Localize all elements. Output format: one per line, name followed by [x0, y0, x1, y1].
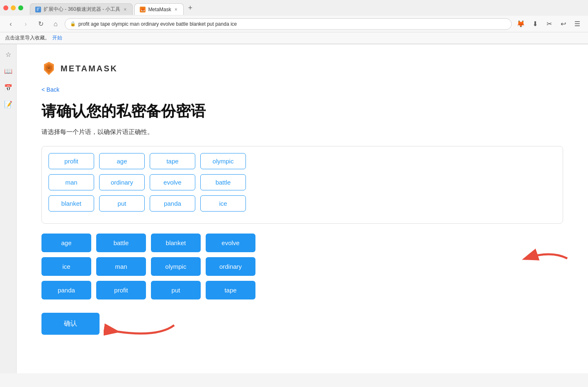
- tab-bar: 扩 扩展中心 - 360极速浏览器 - 小工具 × 🦊 MetaMask × +: [27, 1, 199, 15]
- word-bank-row-1: age battle blanket evolve: [41, 234, 563, 252]
- word-slot-evolve[interactable]: evolve: [150, 174, 195, 190]
- tab-favicon-extensions: 扩: [35, 7, 41, 12]
- metamask-header: METAMASK: [41, 61, 563, 76]
- word-grid-row-1: profit age tape olympic: [49, 153, 556, 169]
- bookmark-start-link[interactable]: 开始: [52, 34, 62, 41]
- bookmark-prefix-text: 点击这里导入收藏。: [5, 34, 50, 41]
- tab-favicon-metamask: 🦊: [140, 7, 146, 12]
- confirm-section: 确认: [41, 313, 100, 335]
- browser-body: ☆ 📖 📅 📝 METAMASK < Back 请确认您的私密备份密语 请选择每…: [0, 44, 588, 373]
- word-bank-put[interactable]: put: [151, 281, 201, 299]
- word-bank-evolve[interactable]: evolve: [206, 234, 255, 252]
- tab-extensions[interactable]: 扩 扩展中心 - 360极速浏览器 - 小工具 ×: [30, 3, 133, 15]
- confirm-button[interactable]: 确认: [41, 313, 100, 335]
- tab-close-extensions[interactable]: ×: [123, 7, 127, 12]
- word-slot-put[interactable]: put: [99, 195, 145, 212]
- word-bank-man[interactable]: man: [96, 257, 146, 276]
- undo-button[interactable]: ↩: [557, 18, 569, 30]
- word-bank-panda[interactable]: panda: [41, 281, 91, 299]
- word-grid-row-2: man ordinary evolve battle: [49, 174, 556, 190]
- word-slot-panda[interactable]: panda: [150, 195, 195, 212]
- word-slot-blanket[interactable]: blanket: [49, 195, 94, 212]
- word-slot-battle[interactable]: battle: [200, 174, 246, 190]
- metamask-brand-name: METAMASK: [61, 64, 118, 73]
- word-slot-olympic[interactable]: olympic: [200, 153, 246, 169]
- main-content: METAMASK < Back 请确认您的私密备份密语 请选择每一个片语，以确保…: [17, 44, 588, 373]
- toolbar: ‹ › ↻ ⌂ 🔒 profit age tape olympic man or…: [0, 16, 588, 32]
- back-button[interactable]: ‹: [5, 18, 17, 30]
- word-bank-row-3: panda profit put tape: [41, 281, 563, 299]
- word-bank-profit[interactable]: profit: [96, 281, 146, 299]
- word-bank-ice[interactable]: ice: [41, 257, 91, 276]
- word-slot-age[interactable]: age: [99, 153, 145, 169]
- word-bank: age battle blanket evolve ice man olympi…: [41, 234, 563, 299]
- word-slot-man[interactable]: man: [49, 174, 94, 190]
- calendar-icon[interactable]: 📅: [3, 83, 13, 92]
- refresh-button[interactable]: ↻: [35, 18, 46, 30]
- tab-label-extensions: 扩展中心 - 360极速浏览器 - 小工具: [44, 6, 120, 13]
- word-bank-tape[interactable]: tape: [206, 281, 255, 299]
- tab-metamask[interactable]: 🦊 MetaMask ×: [134, 3, 183, 15]
- new-tab-button[interactable]: +: [185, 3, 195, 13]
- back-link[interactable]: < Back: [41, 86, 59, 93]
- security-lock-icon: 🔒: [70, 21, 76, 27]
- cut-button[interactable]: ✂: [543, 18, 555, 30]
- word-answer-grid: profit age tape olympic man ordinary evo…: [41, 146, 563, 224]
- toolbar-right: 🦊 ⬇ ✂ ↩ ☰: [515, 18, 583, 30]
- minimize-window-button[interactable]: [11, 5, 16, 10]
- menu-button[interactable]: ☰: [571, 18, 583, 30]
- word-slot-ordinary[interactable]: ordinary: [99, 174, 145, 190]
- address-bar[interactable]: 🔒 profit age tape olympic man ordinary e…: [65, 18, 512, 30]
- maximize-window-button[interactable]: [18, 5, 23, 10]
- word-slot-tape[interactable]: tape: [150, 153, 195, 169]
- word-grid-row-3: blanket put panda ice: [49, 195, 556, 212]
- sidebar: ☆ 📖 📅 📝: [0, 44, 17, 373]
- page-title: 请确认您的私密备份密语: [41, 101, 563, 122]
- word-bank-row-2: ice man olympic ordinary: [41, 257, 563, 276]
- bookmark-bar: 点击这里导入收藏。 开始: [0, 32, 588, 44]
- word-bank-blanket[interactable]: blanket: [151, 234, 201, 252]
- word-bank-age[interactable]: age: [41, 234, 91, 252]
- close-window-button[interactable]: [3, 5, 8, 10]
- metamask-extension-button[interactable]: 🦊: [515, 18, 527, 30]
- word-slot-profit[interactable]: profit: [49, 153, 94, 169]
- title-bar: 扩 扩展中心 - 360极速浏览器 - 小工具 × 🦊 MetaMask × +: [0, 0, 588, 16]
- note-icon[interactable]: 📝: [3, 99, 13, 109]
- word-slot-ice[interactable]: ice: [200, 195, 246, 212]
- metamask-fox-logo: [41, 61, 56, 76]
- download-button[interactable]: ⬇: [529, 18, 541, 30]
- word-bank-ordinary[interactable]: ordinary: [206, 257, 255, 276]
- browser-chrome: 扩 扩展中心 - 360极速浏览器 - 小工具 × 🦊 MetaMask × +…: [0, 0, 588, 44]
- home-button[interactable]: ⌂: [50, 18, 61, 30]
- tab-close-metamask[interactable]: ×: [174, 7, 178, 12]
- word-bank-battle[interactable]: battle: [96, 234, 146, 252]
- tab-label-metamask: MetaMask: [148, 7, 171, 12]
- svg-point-4: [48, 67, 50, 69]
- book-icon[interactable]: 📖: [3, 66, 13, 76]
- page-subtitle: 请选择每一个片语，以确保片语正确性。: [41, 128, 563, 136]
- word-bank-olympic[interactable]: olympic: [151, 257, 201, 276]
- forward-button[interactable]: ›: [20, 18, 32, 30]
- orange-arrow-left: [104, 317, 178, 340]
- window-controls: [3, 5, 23, 10]
- star-icon[interactable]: ☆: [3, 49, 13, 59]
- address-bar-url: profit age tape olympic man ordinary evo…: [78, 21, 237, 27]
